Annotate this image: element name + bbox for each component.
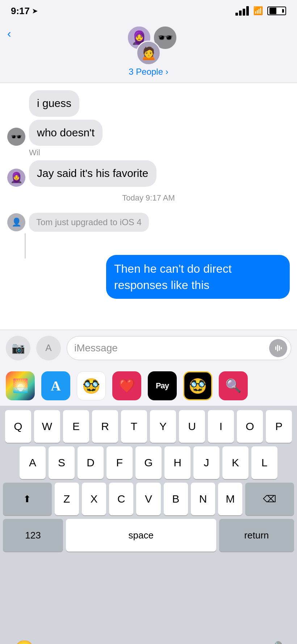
bubble-3: Jay said it's his favorite bbox=[29, 160, 156, 187]
waveform-icon bbox=[275, 343, 282, 353]
avatar-jay-sender: 🧕 bbox=[7, 169, 25, 187]
drawer-search[interactable]: 🔍 bbox=[219, 371, 248, 400]
people-label[interactable]: 3 People › bbox=[129, 67, 168, 77]
svg-rect-1 bbox=[277, 345, 278, 351]
camera-icon: 📷 bbox=[12, 342, 25, 354]
key-row-4: 123 space return bbox=[3, 519, 294, 552]
svg-rect-0 bbox=[275, 346, 276, 350]
drawer-stickers[interactable]: ❤️ bbox=[112, 371, 141, 400]
key-row-3: ⬆ Z X C V B N M ⌫ bbox=[3, 483, 294, 515]
key-w[interactable]: W bbox=[34, 410, 60, 443]
key-t[interactable]: T bbox=[121, 410, 147, 443]
apps-icon: A bbox=[45, 342, 51, 354]
emoji-button[interactable]: 😊 bbox=[14, 639, 34, 644]
microphone-button[interactable]: 🎤 bbox=[265, 641, 283, 644]
drawer-emoji2[interactable]: 🥸 bbox=[183, 371, 212, 400]
key-e[interactable]: E bbox=[63, 410, 89, 443]
nav-header: ‹ 🧕 🕶️ 🙍 3 People › bbox=[0, 22, 297, 83]
system-bubble: Tom just upgraded to iOS 4 bbox=[29, 213, 149, 232]
imessage-placeholder: iMessage bbox=[74, 342, 118, 354]
status-icons: 📶 bbox=[235, 6, 286, 16]
message-2-row: 🕶️ who doesn't bbox=[7, 120, 219, 146]
wifi-icon: 📶 bbox=[253, 6, 263, 16]
status-bar: 9:17 ➤ 📶 bbox=[0, 0, 297, 22]
sender-wil: Wil bbox=[29, 148, 290, 157]
key-d[interactable]: D bbox=[78, 446, 104, 479]
key-shift[interactable]: ⬆ bbox=[3, 483, 52, 515]
reply-thread-group: 👤 Tom just upgraded to iOS 4 Then he can… bbox=[7, 213, 290, 299]
thread-line bbox=[25, 233, 26, 259]
key-numbers[interactable]: 123 bbox=[3, 519, 63, 552]
messages-area: i guess 🕶️ who doesn't Wil 🧕 Jay said it… bbox=[0, 83, 297, 330]
status-time: 9:17 bbox=[11, 5, 30, 17]
key-l[interactable]: L bbox=[251, 446, 277, 479]
key-r[interactable]: R bbox=[92, 410, 118, 443]
svg-rect-2 bbox=[279, 346, 280, 351]
key-k[interactable]: K bbox=[222, 446, 248, 479]
key-p[interactable]: P bbox=[266, 410, 292, 443]
input-row: 📷 A iMessage bbox=[0, 330, 297, 366]
bubble-2: who doesn't bbox=[29, 120, 103, 146]
system-msg-row: 👤 Tom just upgraded to iOS 4 bbox=[7, 213, 290, 232]
key-j[interactable]: J bbox=[193, 446, 219, 479]
key-o[interactable]: O bbox=[237, 410, 263, 443]
key-b[interactable]: B bbox=[164, 483, 188, 515]
bubble-reply-sent: Then he can't do direct responses like t… bbox=[106, 255, 290, 299]
key-row-2: A S D F G H J K L bbox=[3, 446, 294, 479]
signal-bars-icon bbox=[235, 6, 249, 16]
bubble-1: i guess bbox=[29, 90, 79, 117]
audio-input-button[interactable] bbox=[269, 339, 287, 357]
key-return[interactable]: return bbox=[219, 519, 294, 552]
drawer-photos[interactable]: 🌅 bbox=[6, 371, 35, 400]
apps-button[interactable]: A bbox=[36, 336, 61, 360]
key-f[interactable]: F bbox=[106, 446, 133, 479]
reply-sent-row: Then he can't do direct responses like t… bbox=[7, 255, 290, 299]
key-c[interactable]: C bbox=[109, 483, 133, 515]
key-y[interactable]: Y bbox=[150, 410, 176, 443]
app-drawer: 🌅 A 🥸 ❤️ Pay 🥸 🔍 bbox=[0, 366, 297, 406]
message-1: i guess bbox=[29, 90, 290, 117]
key-m[interactable]: M bbox=[218, 483, 242, 515]
drawer-applepay[interactable]: Pay bbox=[148, 371, 177, 400]
group-avatars: 🧕 🕶️ 🙍 bbox=[120, 25, 177, 65]
key-v[interactable]: V bbox=[136, 483, 160, 515]
chevron-right-icon: › bbox=[166, 67, 168, 77]
key-z[interactable]: Z bbox=[55, 483, 79, 515]
key-n[interactable]: N bbox=[191, 483, 215, 515]
key-x[interactable]: X bbox=[82, 483, 106, 515]
drawer-appstore[interactable]: A bbox=[41, 371, 70, 400]
back-button[interactable]: ‹ bbox=[7, 27, 11, 40]
key-g[interactable]: G bbox=[135, 446, 162, 479]
key-space[interactable]: space bbox=[66, 519, 216, 552]
keyboard: Q W E R T Y U I O P A S D F G H J K L ⬆ … bbox=[0, 406, 297, 634]
camera-button[interactable]: 📷 bbox=[6, 336, 30, 360]
key-u[interactable]: U bbox=[179, 410, 205, 443]
key-q[interactable]: Q bbox=[5, 410, 31, 443]
key-h[interactable]: H bbox=[164, 446, 191, 479]
message-3-row: 🧕 Jay said it's his favorite bbox=[7, 160, 219, 187]
svg-rect-3 bbox=[281, 347, 282, 349]
message-input[interactable]: iMessage bbox=[67, 336, 291, 360]
timestamp: Today 9:17 AM bbox=[7, 193, 290, 203]
key-a[interactable]: A bbox=[20, 446, 46, 479]
system-avatar: 👤 bbox=[7, 213, 25, 231]
key-row-1: Q W E R T Y U I O P bbox=[3, 410, 294, 443]
location-icon: ➤ bbox=[32, 7, 38, 15]
avatar-3: 🙍 bbox=[136, 41, 161, 65]
avatar-wil: 🕶️ bbox=[7, 128, 25, 146]
key-delete[interactable]: ⌫ bbox=[245, 483, 294, 515]
key-s[interactable]: S bbox=[49, 446, 75, 479]
bottom-bar: 😊 🎤 bbox=[0, 634, 297, 644]
key-i[interactable]: I bbox=[208, 410, 234, 443]
drawer-memoji[interactable]: 🥸 bbox=[77, 371, 106, 400]
battery-icon bbox=[267, 7, 286, 15]
message-2-group: 🕶️ who doesn't Wil bbox=[7, 120, 290, 158]
